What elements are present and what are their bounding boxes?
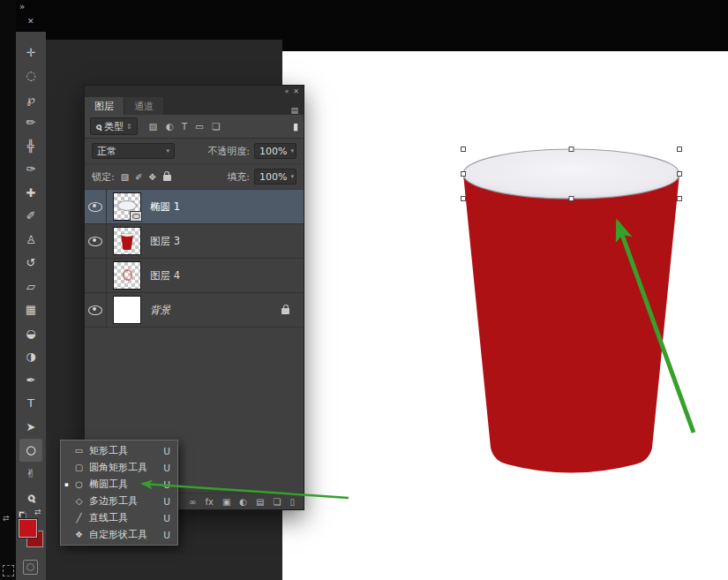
layer-row-layer-4[interactable]: 图层 4 [85, 259, 304, 293]
toolbar-close-icon[interactable]: ✕ [27, 17, 34, 26]
lock-all-icon[interactable] [163, 175, 171, 181]
lock-pixels-icon[interactable]: ✐ [135, 172, 142, 182]
filter-type-label: 类型 [104, 120, 124, 133]
filter-shape-layers-icon[interactable]: ▭ [195, 121, 204, 132]
ellipse-tool-icon: ○ [72, 479, 86, 489]
transform-handle[interactable] [569, 197, 574, 201]
panel-collapse-icon[interactable]: « [284, 87, 288, 95]
panel-titlebar[interactable]: « ✕ [85, 86, 304, 97]
quick-mask-icon[interactable] [23, 560, 38, 575]
layer-name[interactable]: 图层 3 [150, 235, 180, 248]
lock-position-icon[interactable]: ✥ [149, 172, 156, 182]
layer-row-ellipse-1[interactable]: 椭圆 1 [85, 190, 304, 224]
menu-item-label: 自定形状工具 [89, 528, 147, 541]
chevron-down-icon: ▾ [166, 147, 169, 154]
menu-item-shortcut: U [163, 446, 170, 456]
menu-item-shortcut: U [163, 479, 170, 490]
visibility-toggle[interactable] [85, 259, 107, 292]
filter-type-layers-icon[interactable]: T [182, 121, 187, 132]
swap-colors-icon[interactable]: ⇄ [34, 508, 41, 516]
layer-style-icon[interactable]: fx [205, 497, 213, 507]
transform-handle[interactable] [678, 172, 682, 177]
new-layer-icon[interactable]: ❏ [274, 497, 281, 507]
transform-handle[interactable] [569, 147, 574, 152]
collapse-toolbar-icon[interactable]: » [19, 2, 25, 11]
blend-mode-dropdown[interactable]: 正常 ▾ [92, 143, 175, 159]
transform-handle[interactable] [462, 172, 466, 177]
cup-rim[interactable] [463, 149, 679, 199]
opacity-dropdown[interactable]: 100% ▾ [254, 143, 296, 159]
filter-pixel-layers-icon[interactable]: ▨ [149, 121, 158, 132]
blur-tool[interactable]: ◒ [19, 321, 42, 345]
filter-smart-objects-icon[interactable]: ❏ [212, 121, 220, 132]
lasso-tool[interactable]: ℘ [19, 87, 42, 111]
menu-item-shortcut: U [163, 463, 170, 473]
tab-layers[interactable]: 图层 [85, 97, 124, 115]
crop-tool[interactable]: ╬ [19, 134, 42, 158]
transform-handle[interactable] [462, 197, 466, 201]
menu-item-rounded-rectangle-tool[interactable]: ▢ 圆角矩形工具 U [61, 459, 177, 476]
path-selection-tool[interactable]: ➤ [19, 415, 42, 439]
zoom-tool[interactable]: ϙ [15, 480, 47, 513]
filter-adjustment-layers-icon[interactable]: ◐ [166, 121, 174, 132]
gradient-tool[interactable]: ▦ [19, 298, 42, 322]
screen-mode-icon[interactable] [3, 565, 14, 576]
layer-name[interactable]: 背景 [150, 304, 170, 317]
visibility-toggle[interactable] [85, 293, 107, 327]
brush-tool[interactable]: ✐ [19, 205, 42, 229]
type-tool[interactable]: T [19, 392, 42, 416]
spot-healing-brush-tool[interactable]: ✚ [19, 181, 42, 205]
layer-group-icon[interactable]: ▤ [256, 497, 264, 507]
pen-tool[interactable]: ✒ [19, 368, 42, 392]
transform-handle[interactable] [678, 197, 682, 201]
ellipse-tool[interactable]: ○ [19, 439, 42, 463]
quick-selection-tool[interactable]: ✏ [19, 111, 42, 135]
dodge-tool[interactable]: ◑ [19, 345, 42, 369]
menu-item-label: 椭圆工具 [89, 478, 128, 491]
menu-item-label: 矩形工具 [89, 444, 128, 457]
layer-thumbnail[interactable] [113, 227, 141, 255]
layer-row-background[interactable]: 背景 [85, 293, 304, 328]
fill-dropdown[interactable]: 100% ▾ [254, 169, 296, 185]
panel-tabs: 图层 通道 ▤ [85, 97, 304, 115]
foreground-color-swatch[interactable] [19, 519, 37, 538]
blend-mode-value: 正常 [97, 145, 116, 158]
menu-item-rectangle-tool[interactable]: ▭ 矩形工具 U [61, 442, 177, 459]
lock-transparent-icon[interactable]: ▨ [121, 172, 129, 182]
filter-toggle-switch[interactable]: ▮ [293, 121, 298, 132]
elliptical-marquee-tool[interactable]: ◌ [19, 64, 42, 88]
visibility-toggle[interactable] [85, 190, 107, 223]
panel-menu-icon[interactable]: ▤ [290, 106, 298, 115]
layer-name[interactable]: 椭圆 1 [150, 200, 180, 214]
layer-mask-icon[interactable]: ▣ [222, 497, 230, 507]
layer-row-layer-3[interactable]: 图层 3 [85, 224, 304, 259]
eraser-tool[interactable]: ▱ [19, 275, 42, 298]
history-brush-tool[interactable]: ↺ [19, 252, 42, 275]
menu-item-line-tool[interactable]: ╱ 直线工具 U [61, 509, 177, 526]
mini-arrange-icon[interactable]: ⇄ [3, 514, 10, 523]
panel-close-icon[interactable]: ✕ [293, 87, 299, 95]
visibility-toggle[interactable] [85, 224, 107, 258]
link-layers-icon[interactable]: ∞ [189, 497, 196, 507]
menu-item-ellipse-tool[interactable]: ▪ ○ 椭圆工具 U [61, 476, 177, 493]
menu-item-custom-shape-tool[interactable]: ❖ 自定形状工具 U [61, 526, 177, 543]
filter-type-dropdown[interactable]: ϙ 类型 ⇕ [90, 117, 138, 135]
faint-shape-preview [123, 269, 132, 281]
cup-body[interactable] [463, 174, 679, 473]
layer-thumbnail[interactable] [113, 192, 141, 221]
delete-layer-icon[interactable]: ▯ [289, 497, 295, 507]
transform-handle[interactable] [678, 147, 682, 152]
clone-stamp-tool[interactable]: ♙ [19, 228, 42, 252]
transform-handle[interactable] [462, 147, 466, 152]
eye-icon [88, 237, 102, 246]
menu-item-polygon-tool[interactable]: ◇ 多边形工具 U [61, 493, 177, 509]
layer-thumbnail[interactable] [113, 296, 141, 324]
eyedropper-tool[interactable]: ✑ [19, 158, 42, 182]
document-canvas[interactable] [282, 51, 728, 580]
adjustment-layer-icon[interactable]: ◐ [239, 497, 247, 507]
layer-thumbnail[interactable] [113, 261, 141, 290]
layer-name[interactable]: 图层 4 [150, 269, 180, 282]
default-colors-icon[interactable] [19, 511, 26, 519]
move-tool[interactable]: ✛ [19, 41, 42, 64]
tab-channels[interactable]: 通道 [124, 97, 164, 115]
